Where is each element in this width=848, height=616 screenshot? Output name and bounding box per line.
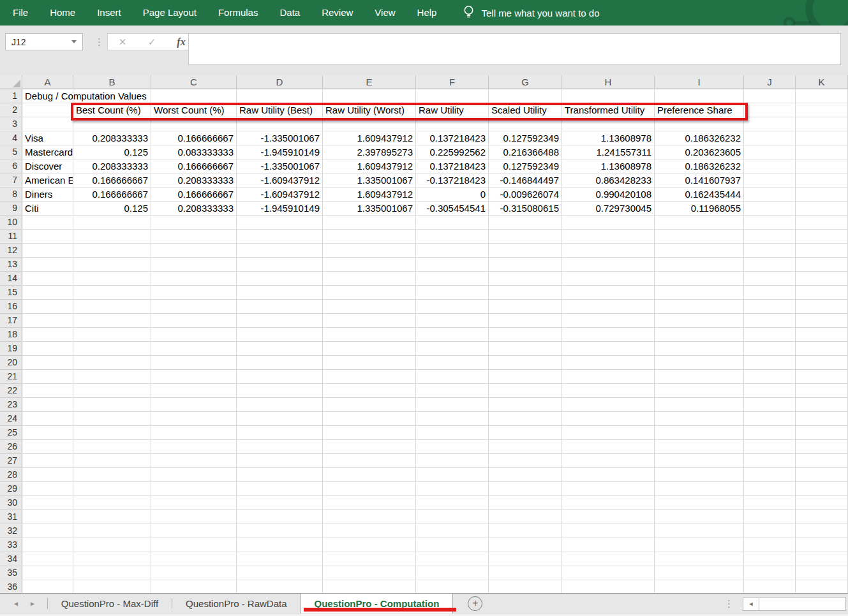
prev-sheet-icon[interactable]: ◄: [13, 600, 19, 607]
cell-K26[interactable]: [796, 440, 848, 454]
cell-K5[interactable]: [796, 145, 848, 159]
cell-K32[interactable]: [796, 524, 848, 538]
cell-D28[interactable]: [237, 468, 323, 482]
cell-I33[interactable]: [655, 538, 744, 552]
cell-F24[interactable]: [416, 412, 489, 426]
cell-A29[interactable]: [22, 482, 73, 496]
next-sheet-icon[interactable]: ►: [29, 600, 36, 607]
cell-G13[interactable]: [489, 258, 562, 272]
name-box-dropdown-icon[interactable]: [71, 40, 77, 43]
cell-G19[interactable]: [489, 342, 562, 356]
cell-G29[interactable]: [489, 482, 562, 496]
cell-K20[interactable]: [796, 356, 848, 370]
cell-E5[interactable]: 2.397895273: [323, 145, 416, 159]
cell-A13[interactable]: [22, 258, 73, 272]
cell-F23[interactable]: [416, 398, 489, 412]
cell-I16[interactable]: [655, 300, 744, 314]
tell-me-box[interactable]: Tell me what you want to do: [463, 4, 599, 22]
cell-J15[interactable]: [744, 286, 796, 300]
cell-A4[interactable]: Visa: [22, 131, 73, 145]
cell-C15[interactable]: [151, 286, 237, 300]
cell-H5[interactable]: 1.241557311: [562, 145, 655, 159]
cell-E11[interactable]: [323, 230, 416, 244]
row-header-19[interactable]: 19: [0, 342, 22, 356]
cell-K10[interactable]: [796, 216, 848, 230]
cell-H10[interactable]: [562, 216, 655, 230]
row-header-25[interactable]: 25: [0, 426, 22, 440]
cell-B6[interactable]: 0.208333333: [73, 159, 151, 173]
cell-A20[interactable]: [22, 356, 73, 370]
cell-H20[interactable]: [562, 356, 655, 370]
cell-C33[interactable]: [151, 538, 237, 552]
cell-A30[interactable]: [22, 496, 73, 510]
cell-K28[interactable]: [796, 468, 848, 482]
cell-F18[interactable]: [416, 328, 489, 342]
cell-B36[interactable]: [73, 580, 151, 593]
cell-E8[interactable]: 1.609437912: [323, 187, 416, 202]
cell-A8[interactable]: Diners: [22, 187, 73, 202]
cell-B30[interactable]: [73, 496, 151, 510]
cell-J16[interactable]: [744, 300, 796, 314]
cell-A35[interactable]: [22, 566, 73, 580]
cell-H25[interactable]: [562, 426, 655, 440]
cell-B32[interactable]: [73, 524, 151, 538]
column-header-I[interactable]: I: [655, 75, 744, 89]
cell-C27[interactable]: [151, 454, 237, 468]
cell-I6[interactable]: 0.186326232: [655, 159, 744, 173]
cell-B18[interactable]: [73, 328, 151, 342]
row-header-32[interactable]: 32: [0, 524, 22, 538]
cell-G4[interactable]: 0.127592349: [489, 131, 562, 145]
row-header-13[interactable]: 13: [0, 258, 22, 272]
cell-J25[interactable]: [744, 426, 796, 440]
cell-H24[interactable]: [562, 412, 655, 426]
cell-I12[interactable]: [655, 244, 744, 258]
cell-E6[interactable]: 1.609437912: [323, 159, 416, 173]
cell-B14[interactable]: [73, 272, 151, 286]
cell-C23[interactable]: [151, 398, 237, 412]
cell-B35[interactable]: [73, 566, 151, 580]
cell-E7[interactable]: 1.335001067: [323, 173, 416, 187]
cell-K19[interactable]: [796, 342, 848, 356]
cell-I19[interactable]: [655, 342, 744, 356]
cell-A10[interactable]: [22, 216, 73, 230]
cell-D17[interactable]: [237, 314, 323, 328]
cell-A18[interactable]: [22, 328, 73, 342]
cell-D26[interactable]: [237, 440, 323, 454]
cell-A6[interactable]: Discover: [22, 159, 73, 173]
cell-D25[interactable]: [237, 426, 323, 440]
cell-C30[interactable]: [151, 496, 237, 510]
cell-F27[interactable]: [416, 454, 489, 468]
cell-I26[interactable]: [655, 440, 744, 454]
cell-K36[interactable]: [796, 580, 848, 593]
row-header-1[interactable]: 1: [0, 89, 22, 103]
column-header-A[interactable]: A: [22, 75, 73, 89]
cell-D33[interactable]: [237, 538, 323, 552]
cell-E32[interactable]: [323, 524, 416, 538]
cell-A1[interactable]: Debug / Computation Values: [22, 89, 73, 103]
cell-J36[interactable]: [744, 580, 796, 593]
cell-C4[interactable]: 0.166666667: [151, 131, 237, 145]
cell-J28[interactable]: [744, 468, 796, 482]
cell-F1[interactable]: [416, 89, 489, 103]
cell-E22[interactable]: [323, 384, 416, 398]
cell-G6[interactable]: 0.127592349: [489, 159, 562, 173]
cell-K22[interactable]: [796, 384, 848, 398]
cell-J11[interactable]: [744, 230, 796, 244]
cell-B7[interactable]: 0.166666667: [73, 173, 151, 187]
cell-A32[interactable]: [22, 524, 73, 538]
cell-I20[interactable]: [655, 356, 744, 370]
cell-K13[interactable]: [796, 258, 848, 272]
ribbon-tab-page-layout[interactable]: Page Layout: [132, 0, 207, 26]
cell-F10[interactable]: [416, 216, 489, 230]
cell-D14[interactable]: [237, 272, 323, 286]
cell-H18[interactable]: [562, 328, 655, 342]
cell-B22[interactable]: [73, 384, 151, 398]
cell-K30[interactable]: [796, 496, 848, 510]
cell-C8[interactable]: 0.166666667: [151, 187, 237, 202]
row-header-14[interactable]: 14: [0, 272, 22, 286]
cell-H17[interactable]: [562, 314, 655, 328]
row-header-20[interactable]: 20: [0, 356, 22, 370]
cell-D6[interactable]: -1.335001067: [237, 159, 323, 173]
ribbon-tab-view[interactable]: View: [364, 0, 406, 26]
cell-D11[interactable]: [237, 230, 323, 244]
